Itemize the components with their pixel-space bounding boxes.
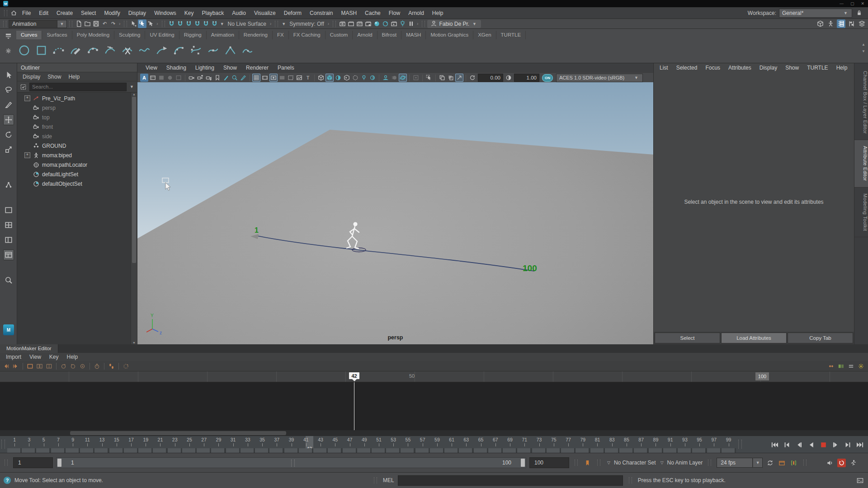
toolbar-grip[interactable] xyxy=(333,21,336,27)
viewport-menu-item[interactable]: Show xyxy=(219,63,241,72)
attribute-editor-button[interactable]: Select xyxy=(655,333,720,343)
outliner-item[interactable]: defaultLightSet xyxy=(17,169,131,179)
frame-split-icon[interactable] xyxy=(45,362,53,371)
shelf-tab[interactable]: TURTLE xyxy=(496,31,526,39)
mm-settings-icon[interactable] xyxy=(857,362,865,371)
expand-toggle[interactable]: + xyxy=(24,152,30,158)
character-set-dropdown[interactable]: ▽ No Character Set xyxy=(606,460,656,466)
attribute-menu-item[interactable]: Selected xyxy=(672,63,702,72)
group-collapse-icon[interactable]: › xyxy=(155,21,159,26)
colorspace-dropdown[interactable]: ACES 1.0 SDR-video (sRGB) ▼ xyxy=(556,74,643,82)
motionmaker-menu-item[interactable]: Key xyxy=(45,353,63,361)
attribute-editor-toggle-icon[interactable] xyxy=(837,19,845,28)
camera-lock-icon[interactable] xyxy=(196,74,204,82)
outliner-item[interactable]: persp xyxy=(17,103,131,113)
camera-select-icon[interactable] xyxy=(188,74,196,82)
open-scene-icon[interactable] xyxy=(83,19,92,28)
curve-arrow-icon[interactable] xyxy=(154,41,169,60)
attribute-menu-item[interactable]: List xyxy=(656,63,672,72)
ipr-ball-icon[interactable] xyxy=(381,19,390,28)
rangebar-grip[interactable] xyxy=(708,460,711,466)
stack-layers-b-icon[interactable] xyxy=(447,74,455,82)
outliner-menu-item[interactable]: Display xyxy=(19,73,44,81)
dashed-select-icon[interactable] xyxy=(425,74,433,82)
animation-end-field[interactable]: 100 xyxy=(529,457,569,468)
home-icon[interactable] xyxy=(9,9,18,17)
hypershade-icon[interactable] xyxy=(373,19,381,28)
detach-curve-icon[interactable] xyxy=(240,41,255,60)
vp-inactive-box-icon[interactable] xyxy=(157,74,165,82)
layout-split-icon[interactable] xyxy=(3,235,14,245)
grease-pencil-icon[interactable] xyxy=(239,74,247,82)
outliner-item[interactable]: + moma:biped xyxy=(17,150,131,160)
wireframe-cube-icon[interactable] xyxy=(317,74,325,82)
menu-item[interactable]: Create xyxy=(52,8,77,18)
render-settings-icon[interactable] xyxy=(364,19,373,28)
sidebar-vertical-tab[interactable]: Channel Box / Layer Editor xyxy=(854,65,868,140)
shelf-tab[interactable]: FX xyxy=(273,31,289,39)
textured-cube-icon[interactable] xyxy=(343,74,351,82)
insert-knot-icon[interactable] xyxy=(205,41,221,60)
step-back-key-icon[interactable] xyxy=(781,438,793,451)
smooth-shade-cube-icon[interactable] xyxy=(326,74,334,82)
scrollbar-thumb[interactable] xyxy=(132,97,136,263)
snap-to-point-icon[interactable] xyxy=(184,19,193,28)
close-button[interactable]: ✕ xyxy=(861,1,864,6)
snap-to-view-plane-icon[interactable] xyxy=(202,19,210,28)
text-tile-icon[interactable]: T xyxy=(304,74,312,82)
live-surface-status[interactable]: No Live Surface xyxy=(226,21,269,27)
group-collapse-icon[interactable]: › xyxy=(415,21,420,26)
group-collapse-icon[interactable]: › xyxy=(326,21,330,26)
shelf-scroll-down-icon[interactable]: ▼ xyxy=(862,49,865,53)
animation-preferences-icon[interactable] xyxy=(849,459,858,467)
toolbar-grip[interactable] xyxy=(69,21,72,27)
curve-angle-icon[interactable] xyxy=(222,41,238,60)
current-frame-marker[interactable]: 42 xyxy=(349,372,359,379)
shelf-tab[interactable]: Rendering xyxy=(239,31,273,39)
mm-keys-icon[interactable] xyxy=(827,362,835,371)
menu-item[interactable]: Playback xyxy=(198,8,228,18)
rotate-tool-icon[interactable] xyxy=(3,129,14,140)
rangebar-grip[interactable] xyxy=(803,460,807,466)
attribute-editor-button[interactable]: Copy Tab xyxy=(788,333,853,343)
curve-smooth-icon[interactable] xyxy=(137,41,152,60)
layout-single-icon[interactable] xyxy=(3,205,14,216)
film-gate-icon[interactable] xyxy=(261,74,269,82)
menu-item[interactable]: File xyxy=(18,8,35,18)
motion-path-curve[interactable] xyxy=(250,234,534,271)
shelf-tab[interactable]: Custom xyxy=(326,31,353,39)
command-language-label[interactable]: MEL xyxy=(383,477,394,483)
footsteps-icon[interactable] xyxy=(107,362,116,371)
viewport-menu-item[interactable]: Shading xyxy=(162,63,191,72)
menubar-grip[interactable] xyxy=(4,10,7,16)
outliner-menu-item[interactable]: Help xyxy=(65,73,83,81)
make-live-icon[interactable] xyxy=(210,19,219,28)
ipr-render-icon[interactable] xyxy=(355,19,364,28)
move-tool-icon[interactable] xyxy=(3,114,14,125)
range-start-handle[interactable] xyxy=(57,459,61,467)
mm-clips-icon[interactable] xyxy=(837,362,845,371)
menu-item[interactable]: Arnold xyxy=(404,8,428,18)
menu-item[interactable]: Audio xyxy=(228,8,250,18)
menu-item[interactable]: Select xyxy=(77,8,100,18)
command-line-input[interactable] xyxy=(398,475,623,486)
undo-icon[interactable]: ↶ xyxy=(100,19,109,28)
shelf-tab[interactable]: UV Editing xyxy=(145,31,179,39)
vp-inactive-ball-icon[interactable] xyxy=(166,74,174,82)
paint-select-tool-icon[interactable] xyxy=(3,99,14,110)
pencil-curve-tool-icon[interactable] xyxy=(68,41,83,60)
path-orbit-icon[interactable] xyxy=(122,362,130,371)
scale-tool-icon[interactable] xyxy=(3,144,14,155)
shelf-tab[interactable]: Curves xyxy=(16,31,42,39)
viewport-scene[interactable]: 1 100 Y z persp xyxy=(137,82,653,344)
ground-light-icon[interactable] xyxy=(382,74,390,82)
toolbar-grip[interactable] xyxy=(124,21,127,27)
set-key-pencil-icon[interactable] xyxy=(222,74,230,82)
new-scene-icon[interactable] xyxy=(75,19,83,28)
go-to-end-icon[interactable] xyxy=(854,438,866,451)
time-slider[interactable]: 1357911131517192123252729313335373941434… xyxy=(0,436,868,453)
orbit-toggle-icon[interactable] xyxy=(399,74,407,82)
scroll-down-icon[interactable]: ▼ xyxy=(132,341,136,344)
rig-tool-icon[interactable] xyxy=(3,179,14,190)
search-input[interactable] xyxy=(29,83,127,91)
